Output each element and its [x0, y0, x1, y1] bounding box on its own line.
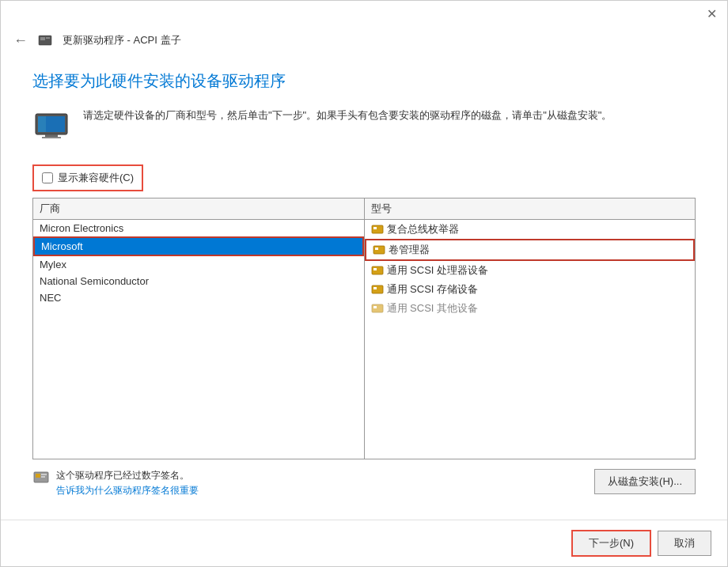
model-icon: [371, 223, 384, 236]
footer: 下一步(N) 取消: [1, 520, 727, 566]
model-item-volume-manager[interactable]: 卷管理器: [365, 239, 696, 261]
checkbox-row: 显示兼容硬件(C): [32, 164, 143, 191]
signature-text-group: 这个驱动程序已经过数字签名。 告诉我为什么驱动程序签名很重要: [56, 469, 199, 497]
model-list: 复合总线枚举器 卷管理器 通用 SCSI 处理器设备 通用 SCSI 存储设备: [365, 220, 696, 459]
svg-rect-9: [373, 227, 377, 229]
svg-rect-11: [375, 248, 378, 250]
title-bar: ✕: [1, 1, 727, 26]
signature-icon: [32, 469, 50, 486]
svg-rect-1: [40, 37, 45, 40]
show-compatible-label[interactable]: 显示兼容硬件(C): [58, 171, 134, 185]
signature-link[interactable]: 告诉我为什么驱动程序签名很重要: [56, 484, 199, 497]
computer-icon: [32, 108, 70, 146]
svg-rect-5: [38, 116, 46, 132]
svg-rect-19: [36, 474, 40, 478]
model-item-scsi-other[interactable]: 通用 SCSI 其他设备: [365, 299, 696, 318]
manufacturer-list: Micron Electronics Microsoft Mylex Natio…: [33, 220, 364, 459]
nav-title: 更新驱动程序 - ACPI 盖子: [63, 33, 181, 47]
model-item-bus-enumerator[interactable]: 复合总线枚举器: [365, 220, 696, 239]
svg-rect-13: [373, 268, 377, 270]
intro-text: 请选定硬件设备的厂商和型号，然后单击"下一步"。如果手头有包含要安装的驱动程序的…: [83, 108, 612, 124]
model-icon3: [371, 264, 384, 277]
svg-rect-15: [373, 287, 377, 289]
manufacturer-item-micron[interactable]: Micron Electronics: [33, 220, 364, 236]
nav-bar: ← 更新驱动程序 - ACPI 盖子: [1, 26, 727, 55]
next-button[interactable]: 下一步(N): [571, 530, 651, 557]
model-panel: 型号 复合总线枚举器 卷管理器 通用 SCSI 处理器设备: [365, 198, 696, 459]
svg-rect-20: [41, 474, 47, 475]
show-compatible-checkbox[interactable]: [42, 172, 53, 183]
close-button[interactable]: ✕: [702, 4, 721, 23]
svg-rect-2: [46, 37, 50, 39]
main-window: ✕ ← 更新驱动程序 - ACPI 盖子 选择要为此硬件安装的设备驱动程序 请选…: [0, 0, 728, 567]
model-icon2: [373, 244, 385, 256]
manufacturer-item-national[interactable]: National Semiconductor: [33, 273, 364, 289]
lists-container: 厂商 Micron Electronics Microsoft Mylex Na…: [32, 198, 696, 459]
svg-rect-21: [41, 476, 45, 478]
manufacturer-panel: 厂商 Micron Electronics Microsoft Mylex Na…: [33, 198, 365, 459]
model-item-scsi-processor[interactable]: 通用 SCSI 处理器设备: [365, 261, 696, 280]
manufacturer-header: 厂商: [33, 198, 364, 220]
content-area: 选择要为此硬件安装的设备驱动程序 请选定硬件设备的厂商和型号，然后单击"下一步"…: [1, 55, 727, 513]
cancel-button[interactable]: 取消: [658, 531, 711, 556]
manufacturer-item-microsoft[interactable]: Microsoft: [33, 236, 364, 256]
svg-rect-6: [45, 134, 58, 137]
model-icon5: [371, 302, 384, 315]
manufacturer-item-nec[interactable]: NEC: [33, 289, 364, 306]
device-icon: [37, 32, 53, 48]
back-button[interactable]: ←: [13, 32, 28, 49]
from-disk-button[interactable]: 从磁盘安装(H)...: [594, 469, 696, 494]
model-item-scsi-storage[interactable]: 通用 SCSI 存储设备: [365, 280, 696, 299]
manufacturer-item-mylex[interactable]: Mylex: [33, 256, 364, 273]
svg-rect-17: [373, 306, 377, 308]
signature-text: 这个驱动程序已经过数字签名。: [56, 469, 199, 482]
signature-info: 这个驱动程序已经过数字签名。 告诉我为什么驱动程序签名很重要: [32, 469, 199, 497]
svg-rect-7: [42, 137, 61, 138]
bottom-section: 这个驱动程序已经过数字签名。 告诉我为什么驱动程序签名很重要 从磁盘安装(H).…: [32, 469, 696, 497]
model-header: 型号: [365, 198, 696, 220]
model-icon4: [371, 283, 384, 296]
page-title: 选择要为此硬件安装的设备驱动程序: [32, 70, 696, 92]
intro-row: 请选定硬件设备的厂商和型号，然后单击"下一步"。如果手头有包含要安装的驱动程序的…: [32, 108, 696, 146]
